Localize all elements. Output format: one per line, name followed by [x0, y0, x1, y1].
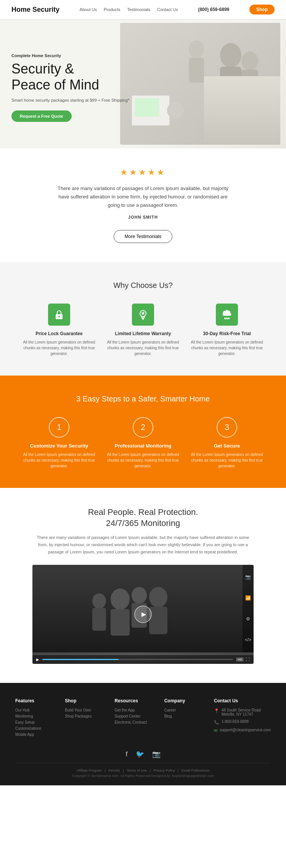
step-1-circle: 1	[49, 417, 69, 438]
card-0-title: Price Lock Guarantee	[21, 331, 97, 336]
step-3: 3 Get Secure All the Lorem Ipsum generat…	[189, 417, 265, 469]
why-card-0: Price Lock Guarantee All the Lorem Ipsum…	[21, 304, 97, 356]
progress-fill	[42, 659, 119, 660]
why-cards: Price Lock Guarantee All the Lorem Ipsum…	[15, 304, 271, 356]
instagram-icon[interactable]: 📷	[152, 750, 161, 758]
hero-subtitle: Complete Home Security	[11, 53, 129, 58]
svg-point-12	[58, 316, 60, 317]
facebook-icon[interactable]: f	[125, 750, 127, 758]
footer-col-company: Company Career Blog	[164, 698, 202, 739]
why-title: Why Choose Us?	[15, 281, 271, 290]
video-controls-bar[interactable]: ▶ HD ⛶	[32, 655, 254, 664]
svg-rect-24	[149, 607, 167, 634]
settings-icon[interactable]: ⚙	[245, 616, 251, 622]
price-lock-icon	[48, 304, 70, 326]
nav-phone: (800) 659-6899	[198, 7, 229, 12]
card-1-title: Limited Lifetime Warranty	[105, 331, 181, 336]
signal-icon[interactable]: 📶	[245, 595, 251, 601]
footer-col-features: Features Our Hub Monitoring Easy Setup C…	[15, 698, 53, 739]
footer-link-customizations[interactable]: Customizations	[15, 726, 53, 731]
navbar: Home Security About Us Products Testimon…	[0, 0, 286, 19]
footer-col-resources: Resources Get the App Support Center Ele…	[114, 698, 153, 739]
site-logo: Home Security	[11, 6, 59, 14]
svg-point-3	[241, 51, 258, 70]
play-button[interactable]	[134, 606, 152, 623]
svg-rect-2	[220, 67, 241, 101]
svg-rect-20	[111, 609, 130, 636]
risk-free-icon	[216, 304, 238, 326]
why-card-1: Limited Lifetime Warranty All the Lorem …	[105, 304, 181, 356]
nav-contact[interactable]: Contact Us	[157, 7, 178, 12]
star-rating: ★★★★★	[23, 168, 263, 177]
footer-address-text: 48 South Service RoadMelville, NY 11747	[222, 708, 261, 716]
terms-link[interactable]: Terms of Use	[127, 769, 147, 772]
svg-rect-26	[92, 608, 106, 631]
permits-link[interactable]: Permits	[108, 769, 120, 772]
camera-icon[interactable]: 📷	[245, 574, 251, 580]
video-title: Real People. Real Protection.24/7/365 Mo…	[15, 507, 271, 529]
footer-link-contract[interactable]: Electronic Contract	[114, 720, 153, 724]
hero-content: Complete Home Security Security &Peace o…	[11, 53, 129, 121]
progress-track[interactable]	[42, 659, 233, 660]
footer-link-mobile[interactable]: Mobile App	[15, 732, 53, 737]
more-testimonials-button[interactable]: More Testimonials	[114, 230, 172, 243]
footer-email: ✉ support@cleaningservice.com	[214, 728, 271, 733]
footer: Features Our Hub Monitoring Easy Setup C…	[0, 683, 286, 785]
svg-rect-0	[120, 23, 280, 145]
video-description: There are many variations of passages of…	[32, 534, 254, 555]
fullscreen-icon[interactable]: ⛶	[246, 657, 250, 662]
footer-company-title: Company	[164, 698, 202, 703]
nav-testimonials[interactable]: Testimonials	[127, 7, 150, 12]
twitter-icon[interactable]: 🐦	[136, 750, 144, 758]
footer-link-packages[interactable]: Shop Packages	[65, 714, 103, 718]
footer-link-monitoring[interactable]: Monitoring	[15, 714, 53, 718]
footer-copyright: Copyright © domainname.com. All Rights R…	[15, 774, 271, 778]
nav-about[interactable]: About Us	[80, 7, 97, 12]
play-icon[interactable]: ▶	[36, 657, 39, 662]
hero-section: Complete Home Security Security &Peace o…	[0, 19, 286, 149]
card-1-text: All the Lorem Ipsum generators on define…	[105, 339, 181, 356]
footer-shop-title: Shop	[65, 698, 103, 703]
hero-title: Security &Peace of Mind	[11, 61, 129, 93]
card-2-title: 30-Day Risk-Free Trial	[189, 331, 265, 336]
svg-point-10	[167, 102, 184, 119]
footer-link-blog[interactable]: Blog	[164, 714, 202, 718]
hero-image-area	[114, 19, 286, 149]
step-2-title: Professional Monitoring	[105, 443, 181, 449]
warranty-icon	[132, 304, 154, 326]
step-1-text: All the Lorem Ipsum generators on define…	[21, 452, 97, 469]
footer-resources-title: Resources	[114, 698, 153, 703]
video-player[interactable]: 📷 📶 ⚙ </> ▶ HD ⛶	[32, 565, 254, 664]
footer-link-build[interactable]: Build Your Own	[65, 708, 103, 712]
footer-link-app[interactable]: Get the App	[114, 708, 153, 712]
location-icon: 📍	[214, 708, 219, 713]
privacy-link[interactable]: Privacy Policy	[154, 769, 175, 772]
footer-features-title: Features	[15, 698, 53, 703]
footer-link-setup[interactable]: Easy Setup	[15, 720, 53, 724]
footer-link-hub[interactable]: Our Hub	[15, 708, 53, 712]
nav-products[interactable]: Products	[104, 7, 120, 12]
video-controls-right: HD ⛶	[236, 657, 250, 662]
footer-contact-title: Contact Us	[214, 698, 271, 703]
footer-link-support[interactable]: Support Center	[114, 714, 153, 718]
footer-link-career[interactable]: Career	[164, 708, 202, 712]
nav-links: About Us Products Testimonials Contact U…	[80, 7, 178, 12]
svg-rect-6	[189, 58, 204, 83]
video-sidebar: 📷 📶 ⚙ </>	[243, 565, 254, 652]
card-2-text: All the Lorem Ipsum generators on define…	[189, 339, 265, 356]
footer-col-shop: Shop Build Your Own Shop Packages	[65, 698, 103, 739]
hero-description: Smart home security packages starting at…	[11, 97, 129, 104]
step-1: 1 Customize Your Security All the Lorem …	[21, 417, 97, 469]
footer-social: f 🐦 📷	[15, 750, 271, 758]
step-3-title: Get Secure	[189, 443, 265, 449]
footer-bottom-links: Affiliate Program | Permits | Terms of U…	[15, 769, 271, 772]
email-pref-link[interactable]: Email Preferences	[182, 769, 210, 772]
affiliate-link[interactable]: Affiliate Program	[77, 769, 102, 772]
code-icon[interactable]: </>	[245, 637, 251, 643]
testimonial-author: JOHN SMITH	[23, 215, 263, 219]
svg-point-23	[149, 587, 167, 607]
hero-cta-button[interactable]: Request a Free Quote	[11, 110, 72, 122]
shop-button[interactable]: Shop	[249, 5, 275, 14]
step-2: 2 Professional Monitoring All the Lorem …	[105, 417, 181, 469]
svg-rect-8	[135, 98, 159, 117]
